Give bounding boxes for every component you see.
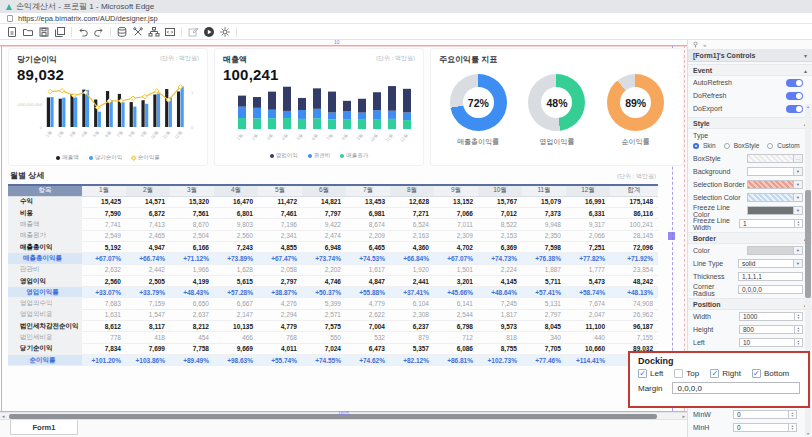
collapse-right-icon[interactable]: » (703, 42, 706, 48)
select-value[interactable]: solid (738, 259, 794, 268)
design-canvas[interactable]: 10 당기순이익 (단위 : 백만원) 89,032 1월2월3월4월5월6월7… (0, 40, 687, 412)
radio-icon[interactable] (724, 143, 730, 149)
table-row: 영업이익2,5602,5054,1995,6152,7974,7464,8472… (8, 275, 658, 286)
checkbox-unchecked-icon[interactable] (674, 369, 683, 378)
radio-icon[interactable] (767, 143, 773, 149)
docking-checkbox-bottom[interactable]: ✓Bottom (752, 369, 789, 378)
spinner-buttons[interactable]: ▴▾ (789, 423, 797, 432)
table-cell: +74.55% (302, 354, 346, 365)
panel-scroll-thumb[interactable] (805, 190, 811, 298)
checkbox-checked-icon[interactable]: ✓ (638, 369, 647, 378)
table-cell: +57.28% (214, 287, 258, 298)
url-text[interactable]: https://epa.bimatrix.com/AUD/designer.js… (18, 14, 158, 23)
svg-text:7월: 7월 (116, 130, 124, 138)
resize-handle[interactable] (668, 232, 675, 240)
value-input[interactable]: 1 (739, 219, 795, 228)
table-cell: 2,622 (346, 309, 390, 320)
color-swatch[interactable] (747, 246, 794, 255)
table-cell: 6,141 (434, 298, 478, 309)
value-input[interactable]: 1,1,1,1 (738, 272, 803, 281)
scroll-up-arrow-icon[interactable]: ▴ (805, 104, 811, 109)
property-row: Freeze Line Color▾ (688, 204, 812, 217)
new-file-icon[interactable] (4, 25, 20, 38)
database-icon[interactable] (114, 25, 130, 38)
open-folder-icon[interactable] (20, 25, 36, 38)
property-row: Type (688, 129, 812, 142)
dropdown-button[interactable]: ▾ (794, 193, 803, 202)
sitemap-icon[interactable] (146, 25, 162, 38)
table-cell: +66.84% (390, 253, 434, 264)
dropdown-button[interactable]: ▾ (794, 246, 803, 255)
margin-input[interactable]: 0,0,0,0 (672, 382, 800, 394)
property-control (786, 92, 803, 100)
redo-icon[interactable] (91, 25, 107, 38)
save-icon[interactable] (36, 25, 52, 38)
dropdown-button[interactable]: ▾ (794, 259, 803, 268)
radio-option-boxstyle[interactable]: BoxStyle (724, 142, 760, 149)
tab-form1[interactable]: Form1 (10, 420, 78, 435)
tools-icon[interactable] (130, 25, 146, 38)
radio-option-skin[interactable]: Skin (693, 142, 716, 149)
pin-icon[interactable] (692, 41, 699, 48)
docking-checkbox-left[interactable]: ✓Left (638, 369, 663, 378)
radio-label: Custom (777, 142, 799, 149)
app-logo-icon (6, 4, 12, 10)
table-cell: +48.43% (170, 287, 214, 298)
column-header: 8월 (390, 185, 434, 196)
value-input[interactable]: 10 (739, 338, 795, 347)
section-header-position[interactable]: Position▴ (688, 298, 812, 310)
address-bar[interactable]: https://epa.bimatrix.com/AUD/designer.js… (0, 13, 812, 24)
more-button[interactable]: … (794, 154, 803, 163)
value-input[interactable]: 1000 (739, 312, 795, 321)
color-swatch[interactable] (747, 154, 794, 163)
save-all-icon[interactable] (52, 25, 68, 38)
controls-header[interactable]: [Form1]'s Controls ▾ (688, 50, 812, 62)
checkbox-checked-icon[interactable]: ✓ (752, 369, 761, 378)
undo-icon[interactable] (75, 25, 91, 38)
dorefresh-toggle[interactable] (786, 92, 803, 100)
color-swatch[interactable] (747, 180, 794, 189)
section-header-border[interactable]: Border▴ (688, 232, 812, 244)
table-cell: 4,746 (302, 275, 346, 286)
svg-text:5월: 5월 (92, 130, 100, 138)
value-input[interactable]: 800 (739, 325, 795, 334)
spinner-buttons[interactable]: ▴▾ (795, 219, 803, 228)
value-input[interactable]: 0,0,0,0 (738, 285, 803, 294)
autorefresh-toggle[interactable] (786, 79, 803, 87)
donut-percent-value: 89% (607, 74, 664, 131)
table-cell: +102.73% (478, 354, 522, 365)
edit-icon[interactable] (185, 25, 201, 38)
section-header-style[interactable]: Style▴ (688, 117, 812, 129)
dropdown-button[interactable]: ▾ (794, 180, 803, 189)
docking-checkbox-top[interactable]: Top (674, 369, 699, 378)
checkbox-checked-icon[interactable]: ✓ (710, 369, 719, 378)
radio-option-custom[interactable]: Custom (767, 142, 799, 149)
value-input[interactable]: 0 (733, 423, 789, 432)
table-cell: 9,573 (478, 321, 522, 332)
color-swatch[interactable] (747, 206, 794, 215)
table-cell: +114.41% (566, 354, 610, 365)
doexport-toggle[interactable] (786, 105, 803, 113)
dropdown-button[interactable]: ▾ (794, 206, 803, 215)
dropdown-button[interactable]: ▾ (794, 167, 803, 176)
designer-toolbar (0, 24, 812, 40)
horizontal-scrollbar[interactable]: ◂ ▸ 1605 (0, 412, 687, 419)
spinner-buttons[interactable]: ▴▾ (789, 410, 797, 419)
play-icon[interactable] (201, 25, 217, 38)
table-cell: 340 (522, 332, 566, 343)
radio-icon[interactable] (693, 143, 699, 149)
table-cell: 2,442 (126, 264, 170, 275)
property-row: Left10▴▾ (688, 336, 812, 349)
value-input[interactable]: 0 (733, 410, 789, 419)
donut-percent-value: 72% (450, 74, 507, 131)
gear-icon[interactable] (217, 25, 233, 38)
code-icon[interactable] (162, 25, 178, 38)
color-swatch[interactable] (747, 167, 794, 176)
docking-checkbox-right[interactable]: ✓Right (710, 369, 741, 378)
table-cell: 1,817 (478, 309, 522, 320)
spinner-buttons[interactable]: ▴▾ (795, 325, 803, 334)
color-swatch[interactable] (747, 193, 794, 202)
spinner-buttons[interactable]: ▴▾ (795, 312, 803, 321)
section-header-event[interactable]: Event▴ (688, 64, 812, 76)
spinner-buttons[interactable]: ▴▾ (795, 338, 803, 347)
